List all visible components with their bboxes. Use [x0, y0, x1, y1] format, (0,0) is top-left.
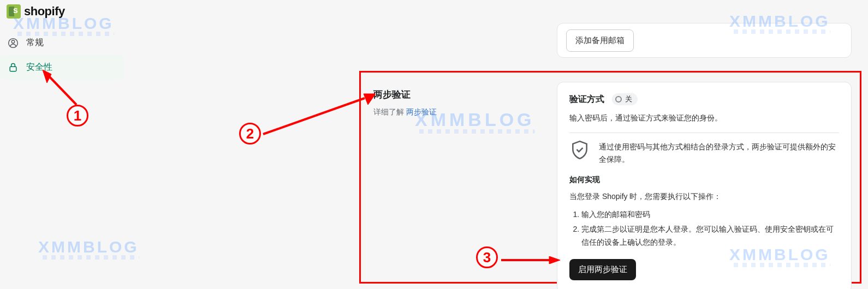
status-dot-icon	[615, 96, 622, 103]
howto-step: 完成第二步以证明是您本人登录。您可以输入验证码、使用安全密钥或在可信任的设备上确…	[581, 223, 839, 249]
shopify-logo: shopify	[7, 4, 65, 19]
howto-step: 输入您的邮箱和密码	[581, 208, 839, 221]
panel-header: 验证方式 关	[569, 93, 839, 105]
verification-method-panel: 验证方式 关 输入密码后，通过验证方式来验证您的身份。 通过使用密码与其他方式相…	[557, 82, 852, 289]
two-step-title: 两步验证	[373, 88, 548, 101]
annotation-arrow-1	[38, 70, 82, 108]
svg-line-3	[48, 75, 76, 105]
annotation-marker-1: 1	[67, 105, 88, 127]
backup-email-panel: 添加备用邮箱	[557, 23, 852, 58]
svg-line-5	[263, 98, 365, 134]
enable-two-step-button[interactable]: 启用两步验证	[569, 259, 636, 280]
howto-lead: 当您登录 Shopify 时，您需要执行以下操作：	[569, 190, 839, 202]
svg-marker-8	[549, 256, 560, 264]
shield-info-row: 通过使用密码与其他方式相结合的登录方式，两步验证可提供额外的安全保障。	[569, 133, 839, 165]
learn-more-link[interactable]: 两步验证	[406, 107, 437, 116]
annotation-marker-2: 2	[239, 123, 261, 144]
svg-rect-2	[10, 67, 16, 71]
shield-check-icon	[569, 140, 590, 160]
shopify-logo-text: shopify	[24, 4, 65, 19]
annotation-arrow-2	[261, 93, 376, 136]
two-step-subtitle: 详细了解 两步验证	[373, 107, 548, 117]
two-step-section-header: 两步验证 详细了解 两步验证	[373, 88, 548, 117]
svg-marker-6	[364, 94, 376, 105]
lock-icon	[8, 62, 19, 73]
shopify-logo-icon	[7, 4, 21, 19]
add-backup-email-button[interactable]: 添加备用邮箱	[566, 29, 634, 52]
howto-steps-list: 输入您的邮箱和密码 完成第二步以证明是您本人登录。您可以输入验证码、使用安全密钥…	[569, 208, 839, 249]
verification-desc: 输入密码后，通过验证方式来验证您的身份。	[569, 112, 839, 124]
learn-more-prefix: 详细了解	[373, 107, 406, 116]
shield-info-text: 通过使用密码与其他方式相结合的登录方式，两步验证可提供额外的安全保障。	[599, 140, 839, 165]
annotation-arrow-3	[500, 256, 560, 264]
svg-point-1	[11, 40, 14, 43]
status-label: 关	[625, 94, 632, 104]
status-badge: 关	[612, 93, 638, 105]
watermark: XMMBLOG	[38, 238, 139, 260]
sidebar-item-general[interactable]: 常规	[0, 31, 124, 55]
verification-method-title: 验证方式	[569, 94, 604, 105]
user-circle-icon	[8, 38, 19, 49]
sidebar-item-label: 常规	[26, 37, 44, 49]
howto-title: 如何实现	[569, 175, 839, 185]
annotation-marker-3: 3	[476, 246, 498, 268]
svg-marker-4	[43, 70, 51, 83]
